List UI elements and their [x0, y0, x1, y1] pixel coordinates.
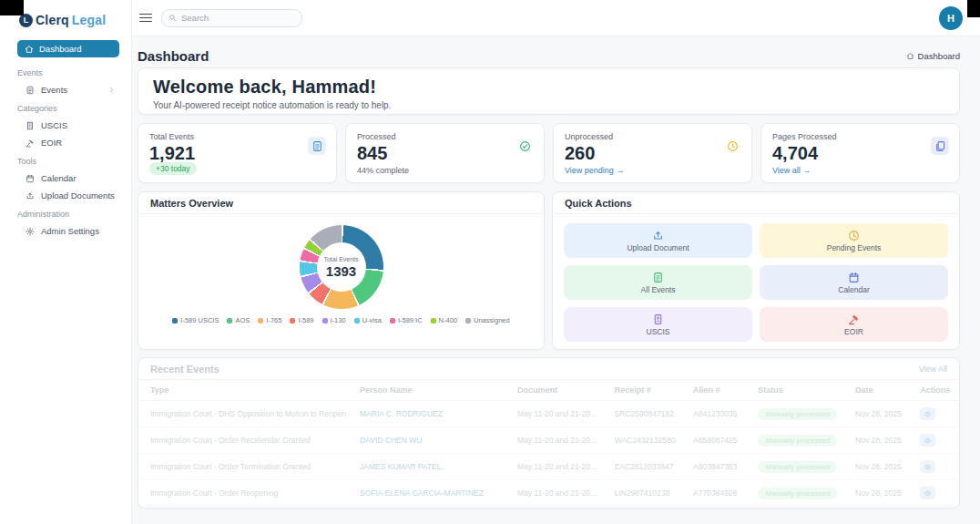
screen-artifact-top-right [967, 0, 980, 17]
legend-swatch [290, 318, 295, 324]
quick-action-label: EOIR [844, 327, 863, 336]
cell-person-name[interactable]: LINDA NGUYEN TRAN [360, 507, 517, 509]
view-row-button[interactable] [920, 434, 935, 447]
cell-person-name[interactable]: DAVID CHEN WU [360, 427, 517, 454]
table-row: Immigration Court - Order Recalendar Gra… [138, 427, 959, 454]
id-card-icon [652, 313, 664, 325]
view-all-link[interactable]: View All [919, 365, 947, 374]
cell-person-name[interactable]: MARIA C. RODRIGUEZ [360, 401, 517, 427]
cell-date: Nov 28, 2025 [855, 454, 920, 480]
stat-value: 845 [357, 143, 533, 164]
stat-value: 260 [565, 143, 740, 164]
view-row-button[interactable] [920, 460, 935, 473]
stat-value: 4,704 [772, 143, 948, 164]
cell-document: May 11-20 and 21-20... [517, 427, 615, 454]
legend-label: AOS [235, 316, 250, 324]
pages-icon [931, 137, 949, 155]
cell-actions [920, 480, 959, 507]
file-lines-icon [652, 272, 664, 283]
sidebar-item-label: Events [41, 85, 67, 95]
sidebar-item-upload-documents[interactable]: Upload Documents [0, 187, 131, 204]
home-icon [906, 52, 914, 60]
sidebar-item-label: USCIS [41, 120, 67, 130]
sidebar-item-dashboard[interactable]: Dashboard [17, 40, 119, 57]
document-icon [311, 140, 323, 152]
cell-receipt: WAC2432132580 [615, 427, 693, 454]
stat-extra: 44% complete [357, 166, 409, 175]
quick-action-calendar[interactable]: Calendar [760, 265, 948, 300]
quick-actions-grid: Upload DocumentPending EventsAll EventsC… [553, 214, 959, 351]
view-row-button[interactable] [920, 487, 935, 499]
quick-action-all-events[interactable]: All Events [564, 265, 752, 300]
eye-icon [924, 437, 932, 445]
table-row: Immigration Court - DHS Opposition to Mo… [138, 401, 959, 427]
breadcrumb[interactable]: Dashboard [906, 51, 960, 61]
matters-donut-chart: Total Events 1393 [300, 225, 383, 309]
search-box[interactable] [161, 9, 302, 27]
upload-icon [652, 230, 664, 241]
sidebar-sections: EventsEventsCategoriesUSCISEOIRToolsCale… [0, 63, 131, 240]
file-lines-icon [26, 86, 35, 95]
cell-person-name[interactable]: SOFIA ELENA GARCIA-MARTINEZ [360, 480, 517, 507]
sidebar-item-eoir[interactable]: EOIR [0, 134, 131, 151]
calendar-icon [848, 272, 860, 283]
sidebar-section-label: Events [0, 63, 131, 81]
cell-alien: A770384928 [693, 480, 758, 507]
cell-receipt: IOE0913847238 [615, 507, 693, 509]
cell-date: Nov 28, 2025 [855, 480, 920, 507]
menu-toggle-button[interactable] [139, 14, 152, 23]
cell-receipt: SRC2590847182 [615, 401, 693, 427]
calendar-icon [26, 174, 35, 183]
legend-item: AOS [227, 316, 250, 324]
clock-icon [848, 230, 860, 241]
sidebar-section-label: Categories [0, 98, 131, 117]
app-window: L ClerqLegal Dashboard EventsEventsCateg… [0, 0, 980, 524]
legend-item: U-visa [354, 316, 382, 324]
stat-extra[interactable]: View pending → [565, 166, 624, 175]
sidebar-item-calendar[interactable]: Calendar [0, 170, 131, 187]
quick-action-uscis[interactable]: USCIS [564, 307, 752, 342]
search-input[interactable] [181, 13, 295, 23]
quick-actions-card: Quick Actions Upload DocumentPending Eve… [552, 191, 960, 350]
sidebar-item-label: Upload Documents [41, 190, 115, 200]
stat-extra[interactable]: View all → [772, 166, 811, 175]
quick-action-pending-events[interactable]: Pending Events [760, 223, 948, 258]
welcome-subtitle: Your AI-powered receipt notice automatio… [153, 100, 944, 110]
quick-action-label: All Events [641, 285, 676, 294]
cell-person-name[interactable]: JAMES KUMAR PATEL [360, 454, 517, 480]
upload-icon [26, 191, 35, 200]
sidebar-item-events[interactable]: Events [0, 81, 131, 98]
stat-card-total-events: Total Events1,921+30 today [138, 123, 337, 183]
user-avatar[interactable]: H [939, 6, 963, 30]
column-header: Type [138, 380, 360, 401]
status-badge: Manually processed [758, 488, 837, 499]
legend-swatch [227, 318, 232, 324]
cell-actions [920, 454, 959, 480]
quick-action-eoir[interactable]: EOIR [760, 307, 948, 342]
quick-action-upload-document[interactable]: Upload Document [564, 223, 752, 258]
cell-type: Immigration Court - Order Recalendar Gra… [138, 427, 360, 454]
legend-swatch [258, 318, 263, 324]
sidebar-item-uscis[interactable]: USCIS [0, 117, 131, 134]
view-row-button[interactable] [920, 407, 935, 420]
upload-icon [652, 230, 664, 241]
legend-swatch [354, 318, 360, 324]
legend-label: I-589 IC [398, 316, 423, 324]
legend-label: I-765 [266, 316, 281, 324]
legend-swatch [172, 318, 178, 324]
sidebar-item-label: Calendar [41, 173, 77, 183]
status-badge: Manually processed [758, 408, 837, 420]
clock-icon [727, 140, 739, 152]
file-lines-icon [652, 272, 664, 283]
sidebar-item-admin-settings[interactable]: Admin Settings [0, 222, 131, 240]
stat-label: Processed [357, 132, 533, 141]
quick-action-label: Upload Document [627, 243, 689, 252]
column-header: Receipt # [615, 380, 693, 401]
cell-document: May 11-20 and 21-20... [517, 401, 615, 427]
sidebar-section-label: Administration [0, 204, 131, 222]
page-title: Dashboard [138, 48, 209, 64]
home-icon [25, 45, 34, 54]
cell-alien: A803847363 [693, 454, 758, 480]
pages-icon [934, 140, 946, 152]
recent-events-title: Recent Events [150, 364, 219, 375]
